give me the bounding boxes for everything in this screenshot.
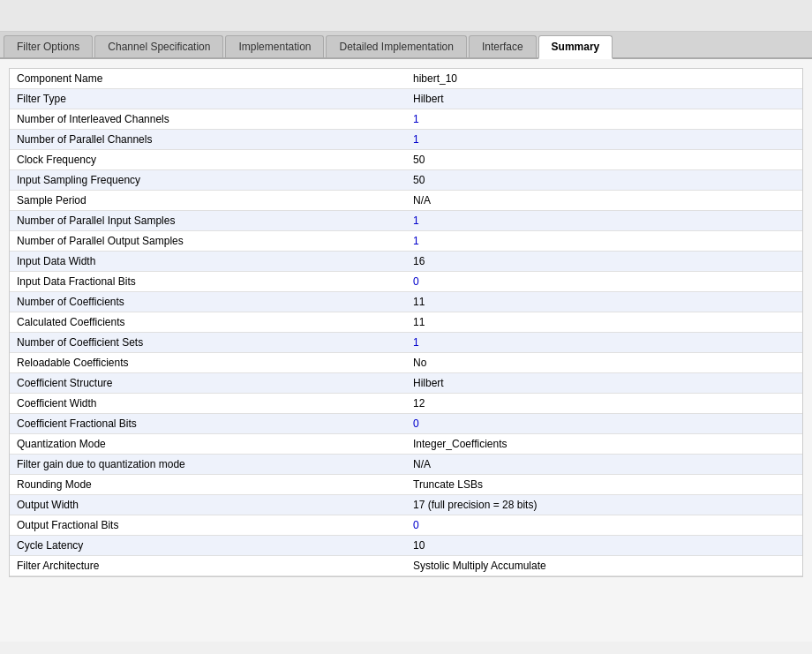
property-label: Number of Parallel Input Samples [10,211,406,231]
property-label: Output Width [10,495,406,515]
summary-table-container: Component Namehibert_10Filter TypeHilber… [9,68,803,577]
table-row: Input Sampling Frequency50 [10,170,802,191]
property-label: Filter gain due to quantization mode [10,455,406,475]
property-label: Number of Parallel Output Samples [10,231,406,252]
property-label: Input Data Fractional Bits [10,272,406,292]
property-label: Calculated Coefficients [10,312,406,333]
property-label: Filter Architecture [10,556,406,576]
table-row: Coefficient StructureHilbert [10,373,802,394]
table-row: Clock Frequency50 [10,150,802,170]
property-label: Quantization Mode [10,434,406,455]
content-area: Component Namehibert_10Filter TypeHilber… [0,59,812,642]
property-label: Input Sampling Frequency [10,170,406,191]
tab-channel-specification[interactable]: Channel Specification [94,35,223,57]
table-row: Coefficient Width12 [10,394,802,414]
property-value: 1 [406,231,802,252]
tab-detailed-implementation[interactable]: Detailed Implementation [326,35,466,57]
property-value: 1 [406,333,802,353]
table-row: Coefficient Fractional Bits0 [10,414,802,434]
property-value: 10 [406,536,802,556]
table-row: Number of Parallel Input Samples1 [10,211,802,231]
property-label: Sample Period [10,191,406,211]
property-value: 1 [406,130,802,150]
table-row: Component Namehibert_10 [10,69,802,89]
property-value: 0 [406,272,802,292]
property-value: Systolic Multiply Accumulate [406,556,802,576]
property-label: Reloadable Coefficients [10,353,406,373]
summary-table: Component Namehibert_10Filter TypeHilber… [10,69,802,576]
property-label: Coefficient Width [10,394,406,414]
property-value: 50 [406,170,802,191]
property-value: 12 [406,394,802,414]
tab-interface[interactable]: Interface [469,35,537,57]
property-value: 1 [406,109,802,130]
property-value: 11 [406,292,802,312]
table-row: Output Fractional Bits0 [10,515,802,536]
tab-filter-options[interactable]: Filter Options [4,35,93,57]
property-value: Hilbert [406,373,802,394]
table-row: Filter ArchitectureSystolic Multiply Acc… [10,556,802,576]
tabs-bar: Filter Options Channel Specification Imp… [0,32,812,59]
table-row: Filter TypeHilbert [10,89,802,109]
property-value: No [406,353,802,373]
property-value: 0 [406,414,802,434]
property-label: Component Name [10,69,406,89]
property-value: N/A [406,191,802,211]
property-label: Cycle Latency [10,536,406,556]
table-row: Filter gain due to quantization modeN/A [10,455,802,475]
tab-summary[interactable]: Summary [538,35,613,59]
property-value: Hilbert [406,89,802,109]
table-row: Number of Parallel Output Samples1 [10,231,802,252]
property-value: 17 (full precision = 28 bits) [406,495,802,515]
property-value: Truncate LSBs [406,475,802,495]
property-label: Clock Frequency [10,150,406,170]
table-row: Input Data Width16 [10,252,802,272]
top-bar [0,0,812,32]
table-row: Number of Interleaved Channels1 [10,109,802,130]
property-value: 50 [406,150,802,170]
table-row: Number of Coefficients11 [10,292,802,312]
property-value: Integer_Coefficients [406,434,802,455]
property-label: Number of Coefficients [10,292,406,312]
table-row: Output Width17 (full precision = 28 bits… [10,495,802,515]
property-value: N/A [406,455,802,475]
table-row: Input Data Fractional Bits0 [10,272,802,292]
table-row: Cycle Latency10 [10,536,802,556]
property-value: hibert_10 [406,69,802,89]
property-label: Input Data Width [10,252,406,272]
table-row: Calculated Coefficients11 [10,312,802,333]
table-row: Rounding ModeTruncate LSBs [10,475,802,495]
property-label: Number of Interleaved Channels [10,109,406,130]
table-row: Quantization ModeInteger_Coefficients [10,434,802,455]
property-label: Coefficient Fractional Bits [10,414,406,434]
property-label: Number of Parallel Channels [10,130,406,150]
table-row: Number of Coefficient Sets1 [10,333,802,353]
table-row: Sample PeriodN/A [10,191,802,211]
property-value: 16 [406,252,802,272]
property-label: Coefficient Structure [10,373,406,394]
table-row: Reloadable CoefficientsNo [10,353,802,373]
tab-implementation[interactable]: Implementation [225,35,324,57]
table-row: Number of Parallel Channels1 [10,130,802,150]
property-value: 11 [406,312,802,333]
property-label: Output Fractional Bits [10,515,406,536]
property-label: Rounding Mode [10,475,406,495]
property-label: Filter Type [10,89,406,109]
property-value: 0 [406,515,802,536]
property-value: 1 [406,211,802,231]
property-label: Number of Coefficient Sets [10,333,406,353]
